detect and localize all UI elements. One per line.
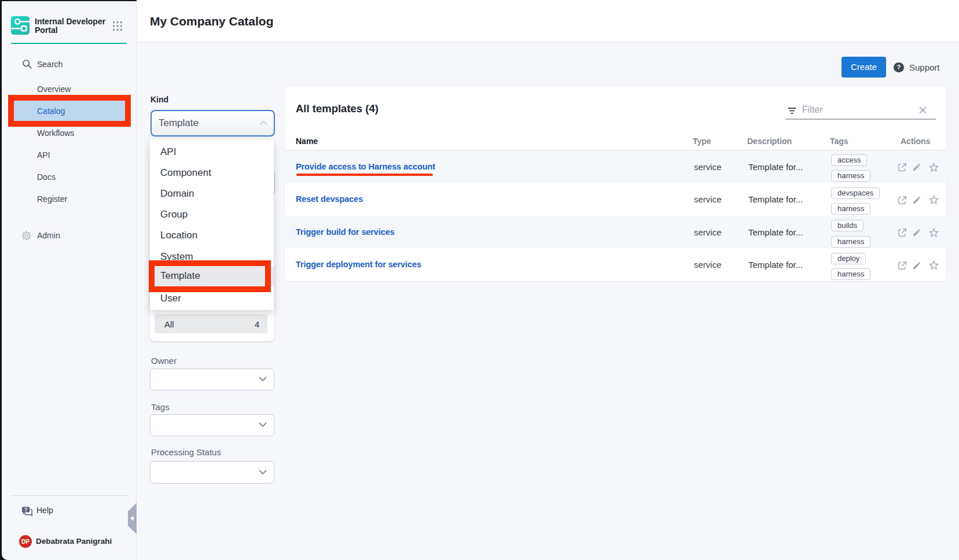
svg-text:?: ? (24, 507, 27, 513)
